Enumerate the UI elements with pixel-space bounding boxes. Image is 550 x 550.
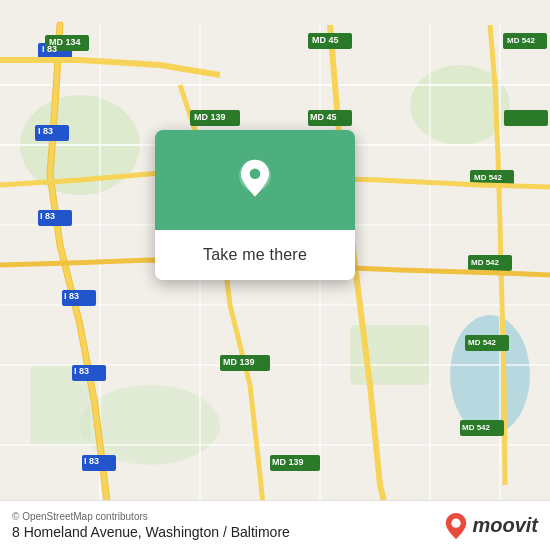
svg-text:MD 139: MD 139 xyxy=(194,112,226,122)
popup-card: Take me there xyxy=(155,130,355,280)
moovit-pin-icon xyxy=(444,512,468,540)
svg-text:MD 139: MD 139 xyxy=(272,457,304,467)
svg-text:MD 542: MD 542 xyxy=(468,338,497,347)
take-me-there-button[interactable]: Take me there xyxy=(155,230,355,280)
svg-text:MD 45: MD 45 xyxy=(312,35,339,45)
address-text: 8 Homeland Avenue, Washington / Baltimor… xyxy=(12,524,290,540)
svg-text:MD 542: MD 542 xyxy=(474,173,503,182)
moovit-logo: moovit xyxy=(444,512,538,540)
svg-text:MD 542: MD 542 xyxy=(462,423,491,432)
svg-point-3 xyxy=(450,315,530,435)
map-container: I 83 I 83 I 83 I 83 I 83 I 83 MD 134 MD … xyxy=(0,0,550,550)
bottom-bar-left: © OpenStreetMap contributors 8 Homeland … xyxy=(12,511,290,540)
location-pin-icon xyxy=(233,158,277,202)
svg-text:I 83: I 83 xyxy=(40,211,55,221)
svg-point-56 xyxy=(452,518,461,527)
svg-point-55 xyxy=(250,169,261,180)
svg-text:MD 542: MD 542 xyxy=(471,258,500,267)
svg-text:I 83: I 83 xyxy=(84,456,99,466)
moovit-brand-text: moovit xyxy=(472,514,538,537)
svg-text:MD 542: MD 542 xyxy=(507,36,536,45)
svg-text:MD 134: MD 134 xyxy=(49,37,81,47)
svg-text:I 83: I 83 xyxy=(38,126,53,136)
bottom-bar: © OpenStreetMap contributors 8 Homeland … xyxy=(0,500,550,550)
svg-text:I 83: I 83 xyxy=(64,291,79,301)
svg-text:MD 139: MD 139 xyxy=(223,357,255,367)
attribution-text: © OpenStreetMap contributors xyxy=(12,511,290,522)
svg-rect-31 xyxy=(504,110,548,126)
svg-text:I 83: I 83 xyxy=(74,366,89,376)
popup-map-area xyxy=(155,130,355,230)
svg-text:MD 45: MD 45 xyxy=(310,112,337,122)
